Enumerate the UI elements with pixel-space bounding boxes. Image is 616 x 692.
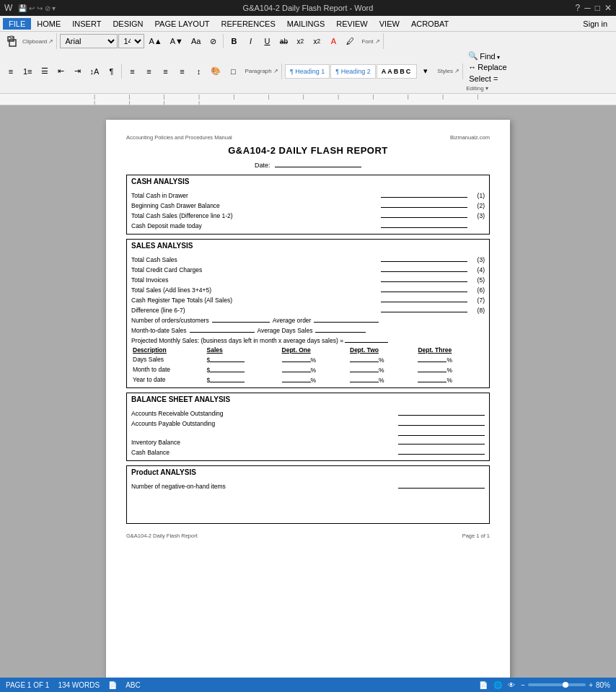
zoom-out-button[interactable]: − [521, 681, 525, 689]
show-hide-button[interactable]: ¶ [103, 63, 119, 79]
cash-analysis-header: CASH ANALYSIS [127, 175, 489, 188]
increase-indent-button[interactable]: ⇥ [70, 63, 86, 79]
find-button[interactable]: 🔍 Find [466, 51, 509, 61]
increase-font-button[interactable]: A▲ [145, 33, 165, 49]
textcolor-button[interactable]: A [325, 33, 341, 49]
dict-icon: ABC [126, 681, 141, 689]
numbering-button[interactable]: 1≡ [19, 63, 36, 79]
col-sales: Sales [206, 346, 281, 354]
cash-num-2: (2) [470, 202, 485, 209]
decrease-font-button[interactable]: A▼ [167, 33, 187, 49]
change-case-button[interactable]: Aa [188, 33, 204, 49]
italic-button[interactable]: I [242, 33, 258, 49]
mtd-line [190, 325, 255, 333]
bold-button[interactable]: B [226, 33, 242, 49]
sales-line-3 [381, 275, 467, 282]
justify-button[interactable]: ≡ [174, 63, 190, 79]
view-mode-web[interactable]: 🌐 [493, 681, 502, 689]
find-label: Find [480, 52, 495, 61]
sales-label-4: Total Sales (Add lines 3+4+5) [131, 286, 378, 294]
td-mtd-d3: % [416, 364, 485, 375]
select-button[interactable]: Select = [466, 73, 509, 84]
menu-file[interactable]: FILE [3, 18, 31, 30]
sales-label-5: Cash Register Tape Totals (All Sales) [131, 297, 378, 304]
menu-references[interactable]: REFERENCES [216, 18, 281, 30]
cash-line-4 [381, 221, 467, 228]
sales-row-2: Total Credit Card Charges (4) [131, 265, 485, 273]
menu-pagelayout[interactable]: PAGE LAYOUT [149, 18, 216, 30]
zoom-control[interactable]: − + 80% [521, 681, 610, 689]
style-heading2[interactable]: ¶ Heading 2 [330, 64, 375, 79]
clear-format-button[interactable]: ⊘ [205, 33, 221, 49]
projected-label: Projected Monthly Sales: (business days … [131, 337, 343, 344]
sort-button[interactable]: ↕A [87, 63, 103, 79]
menu-mailings[interactable]: MAILINGS [281, 18, 331, 30]
avg-order-label: Average order [273, 317, 312, 324]
multilevel-button[interactable]: ☰ [37, 63, 53, 79]
td-mtd-sales: $ [206, 364, 281, 375]
borders-button[interactable]: □ [225, 63, 241, 79]
maximize-button[interactable]: □ [595, 3, 600, 13]
sales-table-header-row: Description Sales Dept. One Dept. Two De… [131, 346, 485, 354]
help-button[interactable]: ? [576, 3, 581, 13]
underline-button[interactable]: U [259, 33, 275, 49]
zoom-in-button[interactable]: + [589, 681, 593, 689]
font-selector[interactable]: Arial Times New Roman Calibri [60, 34, 118, 48]
sales-line-5 [381, 295, 467, 302]
col-dept2: Dept. Two [348, 346, 416, 354]
minimize-button[interactable]: ─ [584, 3, 591, 13]
mtd-label: Month-to-date Sales [131, 327, 187, 334]
style-heading3[interactable]: AABBC [377, 64, 418, 79]
menu-home[interactable]: HOME [31, 18, 66, 30]
styles-group: ¶ Heading 1 ¶ Heading 2 AABBC ▾ Styles ↗ [285, 63, 463, 79]
bullets-button[interactable]: ≡ [3, 63, 19, 79]
sales-label-1: Total Cash Sales [131, 256, 378, 263]
linespacing-button[interactable]: ↕ [190, 63, 206, 79]
align-left-button[interactable]: ≡ [124, 63, 140, 79]
menu-design[interactable]: DESIGN [107, 18, 149, 30]
view-mode-read[interactable]: 👁 [508, 681, 515, 689]
styles-expand-button[interactable]: ▾ [418, 63, 434, 79]
cash-row-2: Beginning Cash Drawer Balance (2) [131, 201, 485, 209]
sales-analysis-section: SALES ANALYSIS Total Cash Sales (3) Tota… [126, 239, 490, 388]
avg-days-line [315, 325, 366, 333]
product-analysis-header: Product ANALYSIS [127, 466, 489, 478]
ruler: | | | | | | | | | | | | | | | | [0, 94, 616, 105]
fontsize-selector[interactable]: 1410111216 [118, 34, 144, 48]
view-icon: 📄 [108, 681, 117, 689]
replace-button[interactable]: ↔ Replace [466, 62, 509, 72]
signin-button[interactable]: Sign in [577, 18, 613, 30]
font-label: Font ↗ [361, 38, 379, 45]
menu-insert[interactable]: INSERT [66, 18, 107, 30]
close-button[interactable]: ✕ [604, 3, 612, 13]
projected-row: Projected Monthly Sales: (business days … [131, 336, 485, 344]
clipboard-label: Clipboard ↗ [22, 38, 53, 45]
menu-view[interactable]: VIEW [374, 18, 405, 30]
decrease-indent-button[interactable]: ⇤ [53, 63, 69, 79]
align-center-button[interactable]: ≡ [141, 63, 157, 79]
align-right-button[interactable]: ≡ [157, 63, 173, 79]
sales-num-5: (7) [470, 297, 485, 304]
superscript-button[interactable]: x2 [309, 33, 325, 49]
shading-button[interactable]: 🎨 [207, 63, 224, 79]
projected-line [345, 336, 388, 343]
view-mode-print[interactable]: 📄 [479, 681, 488, 689]
sales-row-3: Total Invoices (5) [131, 275, 485, 284]
page: Accounting Policies and Procedures Manua… [106, 120, 510, 683]
menu-acrobat[interactable]: ACROBAT [405, 18, 454, 30]
paste-button[interactable] [3, 33, 22, 49]
highlight-button[interactable]: 🖊 [342, 33, 358, 49]
style-heading1[interactable]: ¶ Heading 1 [285, 64, 330, 79]
bal-label-2: Accounts Payable Outstanding [131, 420, 398, 427]
cash-num-1: (1) [470, 192, 485, 199]
page-footer: G&A104-2 Daily Flash Report Page 1 of 1 [126, 533, 490, 539]
date-line: Date: [126, 160, 490, 169]
window-buttons[interactable]: ? ─ □ ✕ [576, 3, 612, 13]
status-left: PAGE 1 OF 1 134 WORDS 📄 ABC [6, 681, 141, 689]
svg-rect-2 [10, 36, 13, 38]
menu-review[interactable]: REVIEW [330, 18, 373, 30]
strikethrough-button[interactable]: ab [276, 33, 291, 49]
zoom-slider[interactable] [528, 683, 586, 686]
subscript-button[interactable]: x2 [292, 33, 308, 49]
replace-icon: ↔ [468, 63, 476, 71]
